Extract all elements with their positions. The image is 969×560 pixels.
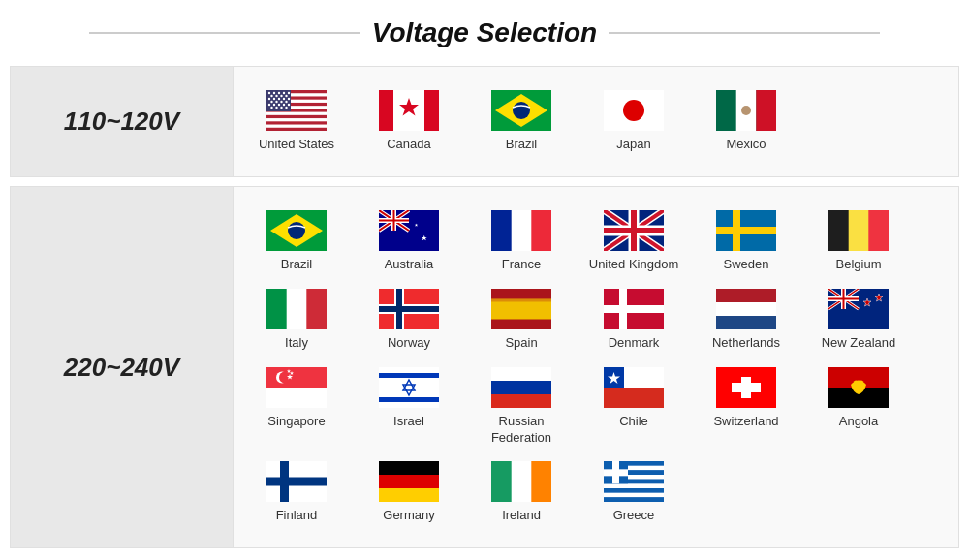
flag-item: Singapore <box>243 361 350 452</box>
flag-label: Angola <box>839 414 878 430</box>
flag-label: Finland <box>276 508 318 524</box>
flag-label: Russian Federation <box>472 414 571 447</box>
title-line-left <box>89 32 360 34</box>
svg-point-20 <box>283 98 285 100</box>
flag-item: Japan <box>580 84 687 159</box>
svg-point-25 <box>285 101 287 103</box>
flag-label: Switzerland <box>713 414 778 430</box>
svg-rect-96 <box>716 289 776 302</box>
flag-item: Mexico <box>693 84 799 159</box>
flag-label: New Zealand <box>822 335 896 352</box>
flag-item: Canada <box>356 84 462 159</box>
flag-item: Ireland <box>468 455 575 530</box>
flag-icon-finland <box>266 461 327 502</box>
svg-rect-151 <box>604 484 664 489</box>
flag-label: Chile <box>619 414 648 430</box>
svg-point-43 <box>623 100 644 121</box>
svg-point-9 <box>273 92 275 94</box>
flag-label: Sweden <box>724 257 769 273</box>
svg-rect-5 <box>266 118 327 121</box>
flag-icon-united-kingdom <box>604 210 664 251</box>
flag-icon-spain <box>491 289 551 329</box>
flag-label: Australia <box>385 257 434 273</box>
svg-point-11 <box>283 92 285 94</box>
flag-label: Spain <box>505 335 537 352</box>
svg-rect-80 <box>868 210 889 251</box>
title-line-right <box>609 32 880 34</box>
flag-label: Mexico <box>726 137 766 153</box>
flag-icon-russian-federation <box>491 367 551 408</box>
svg-point-28 <box>278 104 280 106</box>
flag-item: Denmark <box>580 283 687 358</box>
flag-item: Germany <box>356 455 462 530</box>
svg-point-13 <box>270 95 272 97</box>
svg-point-30 <box>288 104 290 106</box>
svg-rect-152 <box>604 488 664 493</box>
flag-label: Netherlands <box>712 335 780 352</box>
svg-point-31 <box>270 107 272 109</box>
flag-label: Italy <box>285 335 308 352</box>
flag-item: Angola <box>805 361 912 452</box>
voltage-table: 110~120V United States Canada <box>10 66 959 548</box>
flag-icon-japan <box>604 90 664 131</box>
svg-rect-97 <box>716 302 776 316</box>
flag-item: Belgium <box>805 204 912 279</box>
svg-rect-77 <box>716 227 776 234</box>
flags-cell-1: Brazil Australia France <box>234 186 959 547</box>
flag-icon-norway <box>379 289 439 329</box>
flag-label: France <box>502 257 541 273</box>
svg-point-41 <box>513 102 530 119</box>
flag-label: Ireland <box>502 508 541 524</box>
svg-rect-79 <box>828 210 849 251</box>
svg-point-33 <box>280 107 282 109</box>
flag-label: Norway <box>388 335 430 352</box>
svg-rect-123 <box>491 367 551 381</box>
flag-icon-singapore <box>266 367 327 408</box>
voltage-row-1: 220~240V Brazil Australia France <box>11 186 959 547</box>
flag-icon-chile <box>604 367 664 408</box>
voltage-row-0: 110~120V United States Canada <box>11 67 959 177</box>
svg-rect-46 <box>756 90 776 131</box>
flag-icon-netherlands <box>716 289 776 329</box>
svg-rect-4 <box>266 112 327 115</box>
flag-label: Japan <box>616 137 650 153</box>
svg-point-32 <box>275 107 277 109</box>
svg-rect-124 <box>491 394 551 408</box>
flag-icon-angola <box>828 367 889 408</box>
flag-item: Italy <box>243 283 350 358</box>
svg-rect-153 <box>604 493 664 498</box>
svg-rect-90 <box>491 298 551 319</box>
flag-icon-france <box>491 210 551 251</box>
flag-item: Finland <box>243 455 350 530</box>
svg-rect-83 <box>266 289 287 329</box>
svg-rect-88 <box>379 306 439 312</box>
flag-item: United States <box>243 84 350 159</box>
svg-rect-91 <box>491 298 551 301</box>
svg-rect-154 <box>604 498 664 503</box>
flag-icon-ireland <box>491 461 551 502</box>
flag-item: Norway <box>356 283 462 358</box>
flags-cell-0: United States Canada Brazil Japan Mexico <box>234 67 959 177</box>
flag-icon-belgium <box>828 210 889 251</box>
flag-icon-canada <box>379 90 439 131</box>
svg-point-8 <box>268 92 270 94</box>
svg-rect-141 <box>379 475 439 488</box>
svg-point-16 <box>285 95 287 97</box>
svg-point-29 <box>283 104 285 106</box>
svg-point-17 <box>268 98 270 100</box>
svg-rect-94 <box>604 305 664 313</box>
flag-label: Israel <box>393 414 424 430</box>
page-wrapper: Voltage Selection 110~120V United States <box>0 0 969 558</box>
svg-rect-118 <box>379 373 439 378</box>
svg-rect-131 <box>732 383 761 392</box>
svg-point-24 <box>280 101 282 103</box>
flag-item: Brazil <box>243 204 350 279</box>
flag-icon-sweden <box>716 210 776 251</box>
svg-point-27 <box>273 104 275 106</box>
voltage-label-1: 220~240V <box>11 186 234 547</box>
flag-item: Netherlands <box>693 283 799 358</box>
svg-point-19 <box>278 98 280 100</box>
flag-item: Spain <box>468 283 575 358</box>
flag-item: Australia <box>356 204 462 279</box>
svg-point-26 <box>268 104 270 106</box>
